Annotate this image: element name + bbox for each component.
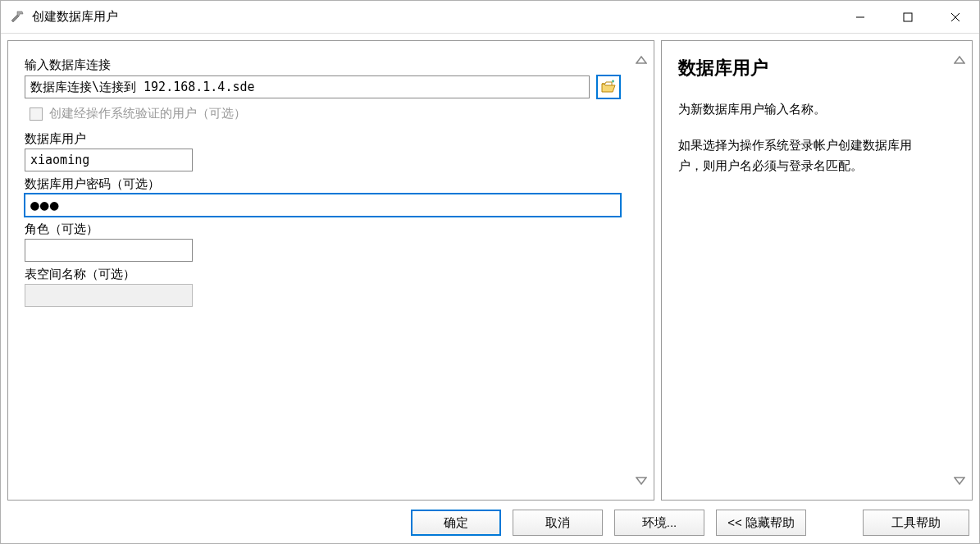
user-group: 数据库用户 <box>25 131 621 171</box>
connection-group: 输入数据库连接 <box>25 57 621 99</box>
dialog-window: 创建数据库用户 输入数据库连接 <box>0 0 980 544</box>
user-input[interactable] <box>25 149 193 171</box>
password-input[interactable]: ●●● <box>25 194 621 217</box>
connection-input[interactable] <box>25 75 590 98</box>
environments-button[interactable]: 环境... <box>614 510 704 536</box>
titlebar: 创建数据库用户 <box>1 1 979 34</box>
form-area: 输入数据库连接 创建经操作系统验证的 <box>8 41 629 500</box>
role-input[interactable] <box>25 239 193 262</box>
connection-label: 输入数据库连接 <box>25 57 621 73</box>
browse-button[interactable] <box>596 75 621 99</box>
hammer-icon <box>9 9 25 25</box>
role-label: 角色（可选） <box>25 222 621 237</box>
close-button[interactable] <box>932 1 979 33</box>
cancel-button[interactable]: 取消 <box>513 510 603 536</box>
scroll-down-icon[interactable] <box>632 472 650 490</box>
form-panel: 输入数据库连接 创建经操作系统验证的 <box>7 40 654 501</box>
scroll-up-icon[interactable] <box>950 51 969 69</box>
tool-help-button[interactable]: 工具帮助 <box>863 510 969 536</box>
button-bar: 确定 取消 环境... << 隐藏帮助 工具帮助 <box>1 502 979 543</box>
right-scroll <box>947 41 972 500</box>
tablespace-label: 表空间名称（可选） <box>25 267 621 282</box>
help-content: 数据库用户 为新数据库用户输入名称。 如果选择为操作系统登录帐户创建数据库用户，… <box>662 41 947 500</box>
os-auth-label: 创建经操作系统验证的用户（可选） <box>49 106 246 121</box>
scroll-down-icon[interactable] <box>950 472 969 490</box>
hide-help-button[interactable]: << 隐藏帮助 <box>716 510 806 536</box>
help-panel: 数据库用户 为新数据库用户输入名称。 如果选择为操作系统登录帐户创建数据库用户，… <box>661 40 973 501</box>
scroll-up-icon[interactable] <box>632 51 650 69</box>
folder-open-icon <box>600 80 617 94</box>
os-auth-checkbox[interactable] <box>30 107 43 121</box>
help-paragraph-2: 如果选择为操作系统登录帐户创建数据库用户，则用户名必须与登录名匹配。 <box>678 135 931 176</box>
ok-button[interactable]: 确定 <box>411 510 501 536</box>
help-title: 数据库用户 <box>678 56 931 80</box>
maximize-button[interactable] <box>884 1 932 33</box>
user-label: 数据库用户 <box>25 131 621 147</box>
tablespace-input[interactable] <box>25 284 193 307</box>
help-paragraph-1: 为新数据库用户输入名称。 <box>678 98 931 120</box>
role-group: 角色（可选） <box>25 222 621 262</box>
svg-rect-1 <box>904 13 912 21</box>
os-auth-row: 创建经操作系统验证的用户（可选） <box>25 106 621 121</box>
tablespace-group: 表空间名称（可选） <box>25 267 621 307</box>
minimize-button[interactable] <box>836 1 884 33</box>
password-label: 数据库用户密码（可选） <box>25 176 621 192</box>
window-title: 创建数据库用户 <box>32 9 836 25</box>
content-area: 输入数据库连接 创建经操作系统验证的 <box>1 34 979 502</box>
password-group: 数据库用户密码（可选） ●●● <box>25 176 621 217</box>
connection-row <box>25 75 621 99</box>
window-controls <box>836 1 979 33</box>
left-scroll <box>629 41 654 500</box>
